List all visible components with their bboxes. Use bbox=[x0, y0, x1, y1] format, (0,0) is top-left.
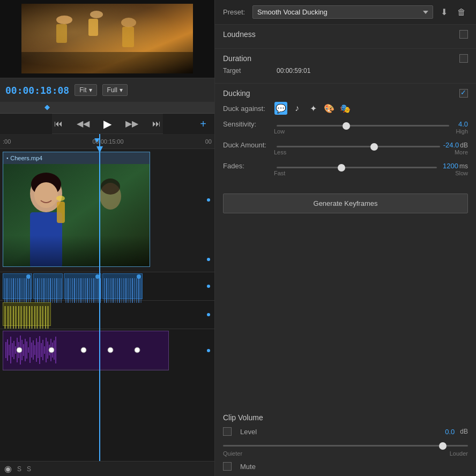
level-value: 0.0 bbox=[445, 428, 455, 436]
clip-volume-section: Clip Volume Level 0.0 dB Quieter Louder … bbox=[215, 408, 476, 476]
preset-select[interactable]: Smooth Vocal Ducking bbox=[252, 5, 433, 19]
video-clip[interactable]: ▪ Cheers.mp4 bbox=[3, 152, 150, 267]
fades-unit: ms bbox=[459, 162, 468, 170]
svg-point-4 bbox=[121, 18, 136, 27]
other-icon[interactable]: 🎭 bbox=[339, 102, 352, 115]
spacer bbox=[215, 219, 476, 408]
preview-image bbox=[21, 4, 193, 73]
level-label: Level bbox=[240, 428, 257, 436]
svg-rect-6 bbox=[88, 19, 98, 36]
louder-label: Louder bbox=[450, 450, 468, 457]
mute-row: Mute bbox=[223, 462, 468, 471]
ducking-header: Ducking bbox=[223, 89, 468, 98]
level-slider[interactable] bbox=[223, 445, 468, 447]
prev-frame-button[interactable]: ⏮ bbox=[52, 117, 65, 131]
right-panel: Preset: Smooth Vocal Ducking ⬇ 🗑 Loudnes… bbox=[214, 0, 476, 476]
timeline-ruler[interactable]: :00 00:00:15:00 00 bbox=[0, 134, 214, 149]
sound-effects-icon[interactable]: ✦ bbox=[307, 102, 319, 115]
level-unit: dB bbox=[460, 428, 468, 435]
quieter-label: Quieter bbox=[223, 450, 242, 457]
loudness-checkbox[interactable] bbox=[459, 30, 468, 39]
step-forward-button[interactable]: ▶▶ bbox=[123, 116, 140, 131]
clip-volume-title: Clip Volume bbox=[223, 413, 468, 422]
playhead-bar[interactable] bbox=[0, 102, 214, 114]
speech-bubble-icon[interactable]: 💬 bbox=[274, 102, 287, 115]
bottom-label-s1: S bbox=[17, 465, 21, 473]
duck-amount-unit: dB bbox=[460, 142, 468, 149]
sensitivity-row: Sensitivity: 4.0 bbox=[223, 120, 468, 128]
ruler-mark-end: 00 bbox=[205, 138, 212, 145]
video-track: ▪ Cheers.mp4 bbox=[0, 149, 214, 272]
timeline-area: :00 00:00:15:00 00 ▪ Cheers.mp4 bbox=[0, 134, 214, 461]
full-label: Full bbox=[107, 86, 117, 94]
ducking-title: Ducking bbox=[223, 89, 250, 98]
preset-label: Preset: bbox=[223, 8, 247, 16]
skip-forward-button[interactable]: ⏭ bbox=[150, 117, 163, 131]
svg-rect-5 bbox=[56, 24, 67, 43]
fit-chevron-icon: ▾ bbox=[89, 86, 92, 94]
full-dropdown[interactable]: Full ▾ bbox=[102, 84, 128, 96]
fades-slider[interactable] bbox=[277, 167, 437, 168]
target-row: Target 00:00:59:01 bbox=[223, 67, 468, 75]
timecode-display: 00:00:18:08 bbox=[5, 85, 69, 96]
level-row: Level 0.0 dB bbox=[223, 427, 468, 436]
duration-section: Duration Target 00:00:59:01 bbox=[215, 49, 476, 84]
preview-area bbox=[0, 0, 214, 78]
sensitivity-high-label: High bbox=[456, 128, 468, 135]
loudness-header: Loudness bbox=[223, 30, 468, 39]
left-panel: 00:00:18:08 Fit ▾ Full ▾ ⏮ ◀◀ ▶ ▶▶ ⏭ + : bbox=[0, 0, 214, 476]
playhead-diamond bbox=[44, 105, 50, 110]
duck-amount-value: -24.0 bbox=[443, 141, 459, 149]
svg-point-84 bbox=[17, 347, 22, 353]
generate-keyframes-button[interactable]: Generate Keyframes bbox=[223, 194, 468, 213]
fit-dropdown[interactable]: Fit ▾ bbox=[75, 84, 96, 96]
bottom-bar: ◉ S S bbox=[0, 461, 214, 476]
duration-header: Duration bbox=[223, 54, 468, 63]
mute-label: Mute bbox=[240, 463, 256, 471]
svg-point-87 bbox=[108, 347, 113, 353]
duck-amount-slider[interactable] bbox=[277, 146, 440, 147]
duration-title: Duration bbox=[223, 54, 251, 63]
level-checkbox[interactable] bbox=[223, 427, 232, 436]
svg-rect-10 bbox=[3, 164, 150, 267]
clip-thumbnail bbox=[3, 164, 150, 267]
svg-point-85 bbox=[49, 347, 54, 353]
duck-amount-label: Duck Amount: bbox=[223, 141, 274, 149]
controls-bar: ⏮ ◀◀ ▶ ▶▶ ⏭ bbox=[52, 114, 163, 134]
audio-track-purple bbox=[0, 329, 214, 372]
audio-track-1 bbox=[0, 272, 214, 301]
delete-preset-button[interactable]: 🗑 bbox=[455, 6, 468, 18]
audio-clip-purple bbox=[3, 331, 169, 370]
play-button[interactable]: ▶ bbox=[101, 115, 114, 132]
mute-checkbox[interactable] bbox=[223, 462, 232, 471]
svg-point-2 bbox=[56, 16, 72, 24]
music-note-icon[interactable]: ♪ bbox=[291, 102, 303, 115]
fades-row: Fades: 1200 ms bbox=[223, 162, 468, 170]
preset-row: Preset: Smooth Vocal Ducking ⬇ 🗑 bbox=[215, 0, 476, 25]
svg-rect-7 bbox=[122, 27, 134, 47]
ducking-checkbox[interactable] bbox=[459, 89, 468, 98]
sensitivity-slider[interactable] bbox=[277, 125, 449, 127]
loudness-section: Loudness bbox=[215, 25, 476, 49]
timeline-playhead-line bbox=[99, 149, 100, 461]
bottom-icon-1[interactable]: ◉ bbox=[4, 464, 12, 474]
ruler-mark-start: :00 bbox=[3, 138, 11, 145]
download-preset-button[interactable]: ⬇ bbox=[438, 6, 450, 18]
controls-wrap: ⏮ ◀◀ ▶ ▶▶ ⏭ + bbox=[0, 114, 214, 134]
sensitivity-label: Sensitivity: bbox=[223, 120, 274, 128]
duration-checkbox[interactable] bbox=[459, 54, 468, 63]
ambience-icon[interactable]: 🎨 bbox=[323, 102, 336, 115]
svg-point-14 bbox=[34, 182, 58, 208]
duck-amount-row: Duck Amount: -24.0 dB bbox=[223, 141, 468, 149]
target-label: Target bbox=[223, 67, 277, 75]
svg-point-3 bbox=[90, 11, 103, 18]
duck-against-label: Duck against: bbox=[223, 105, 271, 113]
add-button[interactable]: + bbox=[200, 118, 206, 130]
step-back-button[interactable]: ◀◀ bbox=[75, 116, 92, 131]
svg-point-18 bbox=[101, 178, 120, 195]
clip-label: ▪ Cheers.mp4 bbox=[3, 152, 150, 164]
svg-rect-8 bbox=[21, 52, 193, 73]
svg-point-86 bbox=[81, 347, 86, 353]
duck-against-row: Duck against: 💬 ♪ ✦ 🎨 🎭 bbox=[223, 102, 468, 115]
fades-value: 1200 bbox=[440, 162, 458, 170]
